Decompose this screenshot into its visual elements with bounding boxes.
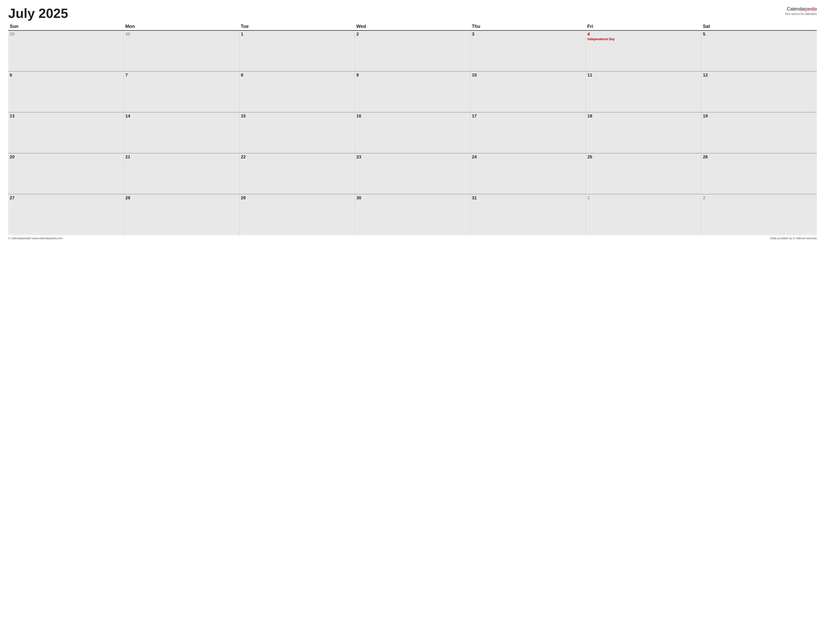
day-number: 20: [10, 154, 15, 160]
footer-copyright: © Calendarpedia® www.calendarpedia.com: [8, 237, 63, 240]
day-number: 10: [472, 73, 477, 78]
day-number: 6: [10, 73, 12, 78]
weekday-header-sun: Sun: [8, 23, 124, 31]
calendar-cell-0-6: 5: [701, 31, 817, 71]
calendar-cell-1-1: 7: [124, 71, 239, 112]
calendar-header: July 2025 Calendarpedia Your source for …: [8, 6, 817, 21]
calendar-cell-4-1: 28: [124, 194, 239, 235]
calendar-cell-3-1: 21: [124, 153, 239, 194]
brand: Calendarpedia Your source for calendars: [785, 6, 817, 16]
day-number: 18: [587, 114, 592, 119]
weekday-row: SunMonTueWedThuFriSat: [8, 23, 817, 31]
calendar-cell-4-0: 27: [8, 194, 124, 235]
day-number: 1: [241, 32, 243, 37]
calendar-cell-0-4: 3: [470, 31, 586, 71]
day-number: 19: [703, 114, 708, 119]
day-number: 14: [125, 114, 130, 119]
day-number: 30: [125, 32, 130, 37]
calendar-cell-0-1: 30: [124, 31, 239, 71]
calendar-cell-0-0: 29: [8, 31, 124, 71]
month-title: July 2025: [8, 6, 68, 21]
calendar-cell-2-4: 17: [470, 112, 586, 153]
calendar-cell-2-3: 16: [355, 112, 470, 153]
calendar-cell-0-2: 1: [239, 31, 355, 71]
calendar-cell-0-5: 4Independence Day: [586, 31, 701, 71]
day-number: 16: [357, 114, 362, 119]
calendar-cell-4-4: 31: [470, 194, 586, 235]
calendar-cell-4-5: 1: [586, 194, 701, 235]
calendar-cell-2-5: 18: [586, 112, 701, 153]
calendar-cell-3-6: 26: [701, 153, 817, 194]
calendar-cell-0-3: 2: [355, 31, 470, 71]
calendar-cell-2-0: 13: [8, 112, 124, 153]
calendar-cell-3-2: 22: [239, 153, 355, 194]
day-number: 24: [472, 154, 477, 160]
day-number: 31: [472, 196, 477, 201]
calendar-cell-1-0: 6: [8, 71, 124, 112]
day-number: 26: [703, 154, 708, 160]
calendar-cell-3-0: 20: [8, 153, 124, 194]
week-row-3: 20212223242526: [8, 153, 817, 194]
day-number: 23: [357, 154, 362, 160]
brand-tagline: Your source for calendars: [785, 12, 817, 15]
footer-disclaimer: Data provided 'as is' without warranty: [770, 237, 817, 240]
calendar-table: SunMonTueWedThuFriSat 29301234Independen…: [8, 23, 817, 235]
holiday-label: Independence Day: [587, 37, 700, 41]
calendar-cell-3-3: 23: [355, 153, 470, 194]
day-number: 21: [125, 154, 130, 160]
calendar-cell-2-2: 15: [239, 112, 355, 153]
calendar-cell-2-6: 19: [701, 112, 817, 153]
calendar-header-row: SunMonTueWedThuFriSat: [8, 23, 817, 31]
calendar-body: 29301234Independence Day5678910111213141…: [8, 31, 817, 235]
day-number: 27: [10, 196, 15, 201]
day-number: 11: [587, 73, 592, 78]
day-number: 15: [241, 114, 246, 119]
weekday-header-tue: Tue: [239, 23, 355, 31]
day-number: 28: [125, 196, 130, 201]
day-number: 7: [125, 73, 128, 78]
calendar-cell-1-3: 9: [355, 71, 470, 112]
day-number: 13: [10, 114, 15, 119]
calendar-cell-1-4: 10: [470, 71, 586, 112]
calendar-cell-4-6: 2: [701, 194, 817, 235]
brand-name: Calendarpedia: [785, 6, 817, 12]
day-number: 2: [357, 32, 359, 37]
week-row-0: 29301234Independence Day5: [8, 31, 817, 71]
calendar-cell-2-1: 14: [124, 112, 239, 153]
calendar-cell-4-3: 30: [355, 194, 470, 235]
week-row-2: 13141516171819: [8, 112, 817, 153]
week-row-1: 6789101112: [8, 71, 817, 112]
weekday-header-thu: Thu: [470, 23, 586, 31]
weekday-header-mon: Mon: [124, 23, 239, 31]
weekday-header-fri: Fri: [586, 23, 701, 31]
calendar-cell-1-6: 12: [701, 71, 817, 112]
day-number: 4: [587, 32, 590, 37]
day-number: 22: [241, 154, 246, 160]
calendar-footer: © Calendarpedia® www.calendarpedia.com D…: [8, 236, 817, 240]
day-number: 12: [703, 73, 708, 78]
day-number: 29: [10, 32, 15, 37]
day-number: 25: [587, 154, 592, 160]
calendar-cell-1-5: 11: [586, 71, 701, 112]
day-number: 9: [357, 73, 359, 78]
brand-italic: pedia: [806, 6, 817, 11]
day-number: 30: [357, 196, 362, 201]
calendar-cell-4-2: 29: [239, 194, 355, 235]
calendar-cell-3-4: 24: [470, 153, 586, 194]
weekday-header-sat: Sat: [701, 23, 817, 31]
day-number: 5: [703, 32, 705, 37]
day-number: 29: [241, 196, 246, 201]
calendar-cell-3-5: 25: [586, 153, 701, 194]
day-number: 3: [472, 32, 474, 37]
day-number: 2: [703, 196, 705, 201]
day-number: 17: [472, 114, 477, 119]
day-number: 8: [241, 73, 243, 78]
day-number: 1: [587, 196, 590, 201]
week-row-4: 272829303112: [8, 194, 817, 235]
weekday-header-wed: Wed: [355, 23, 470, 31]
calendar-cell-1-2: 8: [239, 71, 355, 112]
